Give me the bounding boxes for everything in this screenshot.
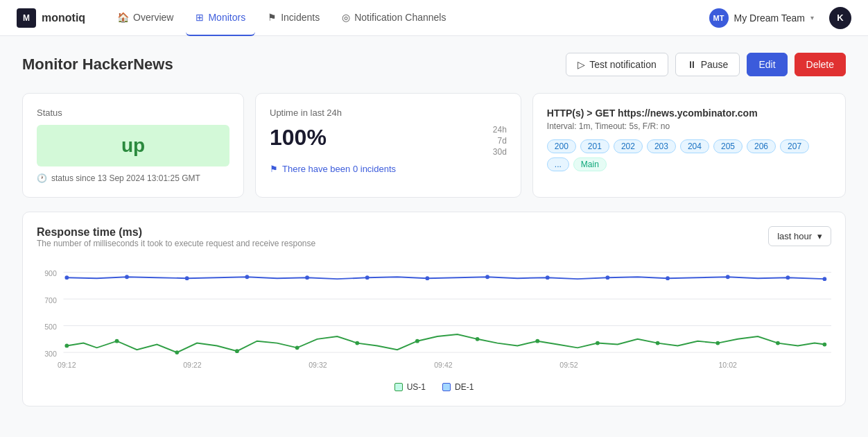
chart-header: Response time (ms) The number of millise… bbox=[37, 226, 831, 259]
chart-wrapper: 900 700 500 300 bbox=[37, 262, 831, 375]
legend-us1-dot bbox=[394, 383, 403, 391]
svg-point-14 bbox=[425, 276, 429, 280]
team-selector[interactable]: MT My Dream Team ▾ bbox=[702, 4, 821, 32]
svg-point-16 bbox=[546, 275, 550, 280]
nav-right: MT My Dream Team ▾ K bbox=[702, 4, 851, 32]
chart-section: Response time (ms) The number of millise… bbox=[22, 212, 846, 406]
svg-text:09:22: 09:22 bbox=[183, 361, 202, 369]
team-avatar: MT bbox=[709, 8, 729, 28]
period-7d: 7d bbox=[497, 136, 506, 146]
svg-point-26 bbox=[295, 345, 300, 350]
chart-legend: US-1 DE-1 bbox=[37, 382, 831, 392]
svg-point-13 bbox=[365, 275, 370, 280]
uptime-value: 100% bbox=[270, 125, 327, 157]
svg-point-10 bbox=[185, 276, 189, 280]
http-card: HTTP(s) > GET https://news.ycombinator.c… bbox=[532, 93, 846, 198]
svg-text:09:12: 09:12 bbox=[58, 361, 76, 369]
period-24h: 24h bbox=[493, 125, 507, 135]
user-avatar[interactable]: K bbox=[829, 7, 851, 29]
svg-point-21 bbox=[822, 277, 826, 281]
legend-de1-dot bbox=[442, 383, 451, 391]
svg-text:700: 700 bbox=[44, 296, 57, 305]
pause-icon: ⏸ bbox=[687, 59, 697, 70]
test-notification-button[interactable]: ▷ Test notification bbox=[566, 53, 668, 76]
svg-point-8 bbox=[64, 275, 69, 280]
svg-text:10:02: 10:02 bbox=[718, 361, 737, 369]
pause-button[interactable]: ⏸ Pause bbox=[675, 53, 740, 76]
logo[interactable]: M monotiq bbox=[17, 8, 85, 28]
response-time-chart: 900 700 500 300 bbox=[37, 262, 831, 373]
page-header: Monitor HackerNews ▷ Test notification ⏸… bbox=[22, 53, 846, 76]
svg-point-25 bbox=[235, 349, 239, 353]
svg-point-32 bbox=[656, 341, 660, 345]
nav-item-monitors[interactable]: ⊞ Monitors bbox=[186, 0, 255, 36]
svg-text:900: 900 bbox=[44, 269, 57, 277]
uptime-periods: 24h 7d 30d bbox=[493, 125, 507, 157]
flag-icon: ⚑ bbox=[270, 164, 278, 174]
svg-text:09:52: 09:52 bbox=[559, 361, 578, 369]
svg-point-11 bbox=[245, 275, 249, 279]
main-content: Monitor HackerNews ▷ Test notification ⏸… bbox=[0, 36, 868, 423]
incidents-link[interactable]: ⚑ There have been 0 incidents bbox=[270, 164, 507, 174]
nav-items: 🏠 Overview ⊞ Monitors ⚑ Incidents ◎ Noti… bbox=[107, 0, 696, 36]
legend-us1-label: US-1 bbox=[407, 382, 426, 392]
chart-title-block: Response time (ms) The number of millise… bbox=[37, 226, 315, 259]
clock-icon: 🕐 bbox=[37, 173, 47, 183]
tag-more[interactable]: ... bbox=[547, 157, 569, 171]
play-icon: ▷ bbox=[578, 59, 585, 70]
svg-text:500: 500 bbox=[44, 323, 57, 331]
delete-button[interactable]: Delete bbox=[795, 53, 846, 76]
uptime-card: Uptime in last 24h 100% 24h 7d 30d ⚑ The… bbox=[255, 93, 521, 198]
svg-point-23 bbox=[115, 339, 119, 343]
svg-point-31 bbox=[596, 341, 600, 345]
status-card: Status up 🕐 status since 13 Sep 2024 13:… bbox=[22, 93, 244, 198]
tag-207: 207 bbox=[780, 139, 809, 153]
svg-point-24 bbox=[175, 350, 179, 354]
chevron-down-icon: ▾ bbox=[817, 231, 822, 241]
svg-point-33 bbox=[715, 341, 720, 345]
status-since: 🕐 status since 13 Sep 2024 13:01:25 GMT bbox=[37, 173, 229, 183]
cards-row: Status up 🕐 status since 13 Sep 2024 13:… bbox=[22, 93, 846, 198]
svg-point-27 bbox=[355, 341, 359, 345]
home-icon: 🏠 bbox=[117, 12, 129, 23]
tag-202: 202 bbox=[614, 139, 643, 153]
legend-de1: DE-1 bbox=[442, 382, 474, 392]
navbar: M monotiq 🏠 Overview ⊞ Monitors ⚑ Incide… bbox=[0, 0, 868, 36]
svg-point-9 bbox=[125, 275, 129, 279]
nav-item-notification-channels[interactable]: ◎ Notification Channels bbox=[332, 0, 455, 36]
svg-point-22 bbox=[64, 344, 69, 348]
page-title: Monitor HackerNews bbox=[22, 55, 173, 74]
svg-point-18 bbox=[666, 276, 670, 280]
svg-text:09:42: 09:42 bbox=[434, 361, 453, 369]
svg-point-30 bbox=[535, 339, 539, 343]
timerange-label: last hour bbox=[777, 231, 812, 241]
nav-item-overview[interactable]: 🏠 Overview bbox=[107, 0, 183, 36]
edit-button[interactable]: Edit bbox=[747, 53, 787, 76]
svg-point-29 bbox=[476, 337, 480, 341]
period-30d: 30d bbox=[493, 147, 507, 157]
chevron-down-icon: ▾ bbox=[810, 14, 814, 22]
brand-name: monotiq bbox=[42, 12, 85, 24]
action-buttons: ▷ Test notification ⏸ Pause Edit Delete bbox=[566, 53, 846, 76]
http-sub: Interval: 1m, Timeout: 5s, F/R: no bbox=[547, 121, 831, 131]
svg-point-35 bbox=[822, 343, 826, 347]
svg-text:09:32: 09:32 bbox=[309, 361, 327, 369]
logo-icon: M bbox=[17, 8, 36, 28]
svg-point-15 bbox=[485, 275, 489, 279]
tag-203: 203 bbox=[647, 139, 676, 153]
tag-200: 200 bbox=[547, 139, 576, 153]
status-label: Status bbox=[37, 108, 229, 118]
nav-item-incidents[interactable]: ⚑ Incidents bbox=[258, 0, 329, 36]
team-name: My Dream Team bbox=[734, 12, 805, 24]
svg-point-20 bbox=[786, 275, 790, 280]
chart-subtitle: The number of milliseconds it took to ex… bbox=[37, 239, 315, 248]
legend-de1-label: DE-1 bbox=[455, 382, 474, 392]
chart-title: Response time (ms) bbox=[37, 226, 315, 239]
tag-204: 204 bbox=[680, 139, 709, 153]
svg-point-12 bbox=[305, 275, 309, 280]
uptime-label: Uptime in last 24h bbox=[270, 108, 507, 118]
svg-point-28 bbox=[415, 339, 419, 343]
status-tags: 200 201 202 203 204 205 206 207 ... Main bbox=[547, 139, 831, 171]
chart-timerange-select[interactable]: last hour ▾ bbox=[768, 226, 831, 246]
svg-point-34 bbox=[776, 341, 780, 345]
